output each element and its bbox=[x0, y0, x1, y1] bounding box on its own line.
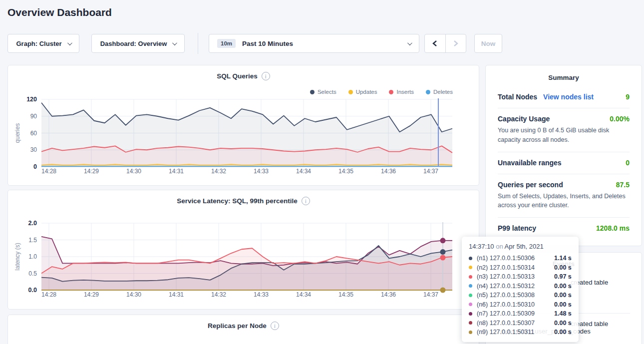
dashboard-dropdown-label: Dashboard: Overview bbox=[100, 40, 167, 47]
summary-value: 0.00% bbox=[610, 115, 630, 123]
summary-desc: You are using 0 B of 4.5 GiB usable disk… bbox=[498, 126, 630, 145]
tooltip-node-value: 0.00 s bbox=[554, 283, 572, 290]
summary-row-head: Capacity Usage0.00% bbox=[498, 115, 630, 123]
node-color-dot bbox=[469, 284, 472, 288]
node-color-dot bbox=[469, 266, 472, 269]
tooltip-node-value: 1.14 s bbox=[554, 255, 572, 262]
summary-value: 9 bbox=[626, 93, 630, 101]
step-back-button[interactable] bbox=[425, 34, 446, 52]
summary-title: Summary bbox=[498, 65, 630, 86]
svg-text:14:29: 14:29 bbox=[84, 168, 99, 175]
node-color-dot bbox=[469, 303, 472, 306]
svg-text:0: 0 bbox=[33, 163, 37, 170]
graph-dropdown[interactable]: Graph: Cluster bbox=[7, 34, 79, 53]
summary-rows: Total NodesView nodes list9Capacity Usag… bbox=[498, 86, 630, 239]
svg-text:0.0: 0.0 bbox=[28, 287, 37, 294]
summary-row-head: P99 latency1208.0 ms bbox=[498, 224, 630, 232]
node-color-dot bbox=[469, 275, 472, 279]
time-range-badge: 10m bbox=[217, 39, 236, 48]
service-latency-card: Service Latency: SQL, 99th percentile i … bbox=[7, 190, 479, 310]
now-button-label: Now bbox=[481, 40, 496, 47]
summary-desc: Sum of Selects, Updates, Inserts, and De… bbox=[498, 192, 630, 211]
summary-label: Queries per second bbox=[498, 181, 563, 189]
info-icon[interactable]: i bbox=[271, 322, 279, 330]
svg-text:30: 30 bbox=[30, 146, 37, 153]
svg-text:14:33: 14:33 bbox=[254, 168, 269, 175]
node-color-dot bbox=[469, 294, 472, 297]
tooltip-node-address: (n9) 127.0.0.1:50311 bbox=[477, 329, 550, 336]
sql-queries-chart[interactable]: 14:2814:2914:3014:3114:3214:3314:3414:35… bbox=[8, 65, 479, 186]
summary-label: Total Nodes bbox=[498, 93, 537, 101]
tooltip-row: (n4) 127.0.0.1:503120.00 s bbox=[469, 282, 572, 291]
time-range-label: Past 10 Minutes bbox=[242, 40, 293, 47]
summary-label: P99 latency bbox=[498, 224, 536, 232]
svg-text:14:28: 14:28 bbox=[41, 291, 56, 298]
summary-value: 1208.0 ms bbox=[596, 224, 630, 232]
dashboard-dropdown[interactable]: Dashboard: Overview bbox=[91, 34, 185, 53]
sql-queries-card: SQL Queries i SelectsUpdatesInsertsDelet… bbox=[7, 65, 479, 186]
svg-text:14:32: 14:32 bbox=[211, 168, 226, 175]
summary-panel: Summary Total NodesView nodes list9Capac… bbox=[485, 65, 642, 246]
tooltip-row: (n9) 127.0.0.1:503110.00 s bbox=[469, 328, 572, 337]
tooltip-node-value: 0.00 s bbox=[554, 264, 572, 271]
svg-text:14:34: 14:34 bbox=[296, 168, 311, 175]
svg-text:14:36: 14:36 bbox=[381, 291, 396, 298]
summary-row-head: Unavailable ranges0 bbox=[498, 159, 630, 167]
svg-text:2.0: 2.0 bbox=[28, 220, 37, 227]
node-color-dot bbox=[469, 321, 472, 325]
svg-text:14:32: 14:32 bbox=[211, 291, 226, 298]
sql-queries-plot: 14:2814:2914:3014:3114:3214:3314:3414:35… bbox=[8, 65, 479, 184]
summary-label: Capacity Usage bbox=[498, 115, 550, 123]
summary-label: Unavailable ranges bbox=[498, 159, 562, 167]
time-step-buttons bbox=[424, 34, 466, 53]
svg-text:14:37: 14:37 bbox=[423, 291, 438, 298]
toolbar-divider bbox=[198, 33, 198, 54]
svg-text:1.5: 1.5 bbox=[28, 237, 37, 244]
view-nodes-link[interactable]: View nodes list bbox=[543, 93, 594, 101]
svg-text:14:31: 14:31 bbox=[169, 291, 184, 298]
chevron-down-icon bbox=[172, 40, 177, 45]
svg-text:14:28: 14:28 bbox=[41, 168, 56, 175]
chevron-down-icon bbox=[67, 40, 72, 45]
svg-text:14:33: 14:33 bbox=[254, 291, 269, 298]
replicas-per-node-card: Replicas per Node i bbox=[7, 315, 479, 344]
summary-value: 87.5 bbox=[616, 181, 630, 189]
svg-text:queries: queries bbox=[14, 123, 21, 143]
tooltip-node-address: (n5) 127.0.0.1:50308 bbox=[477, 292, 550, 299]
now-button[interactable]: Now bbox=[474, 34, 502, 53]
summary-row: Queries per second87.5Sum of Selects, Up… bbox=[498, 174, 630, 218]
svg-text:latency (s): latency (s) bbox=[14, 243, 21, 270]
summary-row: Total NodesView nodes list9 bbox=[498, 86, 630, 108]
summary-row: Unavailable ranges0 bbox=[498, 152, 630, 174]
service-latency-chart[interactable]: 14:2814:2914:3014:3114:3214:3314:3414:35… bbox=[8, 190, 479, 311]
tooltip-node-address: (n4) 127.0.0.1:50312 bbox=[477, 283, 550, 290]
tooltip-node-value: 1.48 s bbox=[554, 310, 572, 317]
page-title: Overview Dashboard bbox=[7, 6, 112, 18]
svg-text:90: 90 bbox=[30, 113, 37, 120]
replicas-per-node-title: Replicas per Node bbox=[208, 322, 267, 330]
time-range-selector[interactable]: 10m Past 10 Minutes bbox=[209, 34, 419, 53]
chevron-right-icon bbox=[453, 40, 458, 47]
highlight-dot bbox=[440, 255, 446, 261]
svg-text:60: 60 bbox=[30, 130, 37, 137]
tooltip-node-value: 0.00 s bbox=[554, 329, 572, 336]
chart-hover-tooltip: 14:37:10 on Apr 5th, 2021 (n1) 127.0.0.1… bbox=[462, 237, 579, 342]
node-color-dot bbox=[469, 312, 472, 316]
tooltip-node-value: 0.00 s bbox=[554, 320, 572, 327]
tooltip-node-address: (n1) 127.0.0.1:50306 bbox=[477, 255, 550, 262]
tooltip-row: (n7) 127.0.0.1:503091.48 s bbox=[469, 309, 572, 319]
tooltip-row: (n1) 127.0.0.1:503061.14 s bbox=[469, 254, 572, 263]
chevron-down-icon bbox=[407, 40, 412, 45]
tooltip-row: (n8) 127.0.0.1:503070.00 s bbox=[469, 319, 572, 328]
svg-text:120: 120 bbox=[26, 96, 37, 103]
tooltip-row: (n3) 127.0.0.1:503130.97 s bbox=[469, 272, 572, 282]
tooltip-node-address: (n6) 127.0.0.1:50310 bbox=[477, 301, 550, 308]
svg-text:14:35: 14:35 bbox=[338, 291, 353, 298]
summary-value: 0 bbox=[626, 159, 630, 167]
tooltip-row: (n5) 127.0.0.1:503080.00 s bbox=[469, 291, 572, 300]
step-forward-button[interactable] bbox=[446, 34, 466, 52]
tooltip-node-address: (n8) 127.0.0.1:50307 bbox=[477, 320, 550, 327]
tooltip-row: (n6) 127.0.0.1:503100.00 s bbox=[469, 300, 572, 310]
node-color-dot bbox=[469, 257, 472, 260]
tooltip-node-value: 0.97 s bbox=[554, 273, 572, 280]
